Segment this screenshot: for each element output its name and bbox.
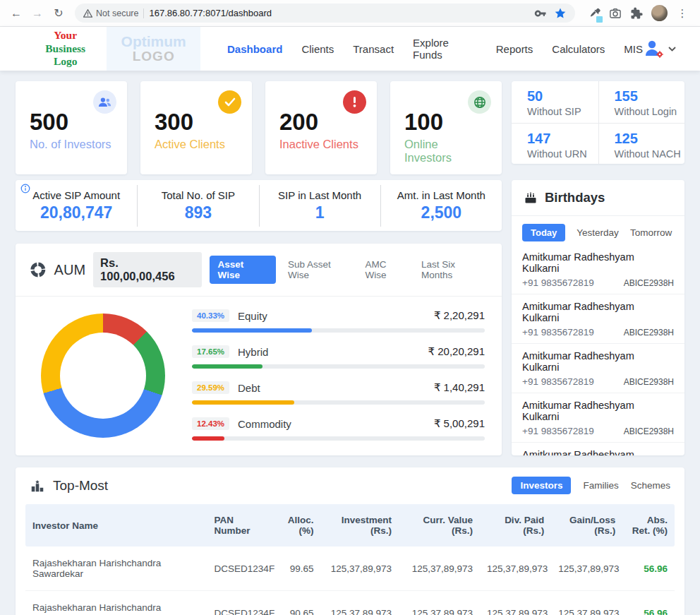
info-icon[interactable] — [20, 184, 30, 193]
stat-label: Active Clients — [155, 138, 238, 151]
nav-clients[interactable]: Clients — [301, 43, 334, 55]
tab-investors[interactable]: Investors — [512, 477, 571, 494]
sip-stat: Amt. in Last Month 2,500 — [380, 185, 502, 227]
tab-tomorrow[interactable]: Tomorrow — [630, 227, 672, 238]
cell-alloc: 90.65 — [275, 597, 320, 615]
asset-name: Hybrid — [238, 346, 268, 358]
table-row[interactable]: Rajashekharan Harishchandra Sawardekar D… — [25, 547, 675, 591]
account-menu[interactable] — [643, 39, 676, 59]
camera-icon[interactable] — [609, 7, 622, 20]
stat-value: 500 — [30, 110, 113, 135]
asset-pct-badge: 40.33% — [192, 309, 229, 322]
reload-icon[interactable]: ↻ — [49, 4, 68, 23]
nav-transact[interactable]: Transact — [353, 43, 394, 55]
without-stats-card: 50 Without SIP 155 Without Login 147 Wit… — [512, 81, 684, 164]
tab-sub-asset-wise[interactable]: Sub Asset Wise — [288, 259, 354, 280]
tab-families[interactable]: Families — [583, 480, 618, 491]
forward-icon[interactable]: → — [28, 4, 47, 23]
birthday-entry[interactable]: Amitkumar Radheshyam Kulkarni +91 983567… — [512, 393, 684, 442]
nav-calculators[interactable]: Calculators — [552, 43, 605, 55]
asset-row: 29.59% Debt ₹ 1,40,291 — [192, 381, 485, 405]
birthday-entry[interactable]: Amitkumar Radheshyam Kulkarni +91 983567… — [512, 294, 684, 343]
nav-mis[interactable]: MIS — [624, 43, 643, 55]
table-row[interactable]: Rajashekharan Harishchandra Sawardekar D… — [25, 591, 675, 615]
birthday-pan: ABICE2938H — [624, 328, 674, 338]
stat-card[interactable]: 200 Inactive Clients — [265, 81, 377, 174]
col-header[interactable]: PAN Number — [207, 504, 276, 547]
star-icon[interactable] — [554, 7, 567, 20]
eyedropper-icon[interactable] — [588, 7, 601, 20]
nav-dashboard[interactable]: Dashboard — [227, 43, 282, 55]
globe-icon — [468, 90, 491, 114]
col-header[interactable]: Gain/Loss (Rs.) — [551, 504, 622, 547]
sip-stat-label: Amt. in Last Month — [381, 189, 502, 201]
browser-profile-avatar[interactable] — [651, 5, 668, 21]
asset-list: 40.33% Equity ₹ 2,20,291 17.65% Hybrid ₹… — [192, 308, 485, 453]
tab-asset-wise[interactable]: Asset Wise — [210, 256, 276, 284]
asset-bar-fill — [192, 436, 224, 441]
asset-pct-badge: 17.65% — [192, 345, 229, 358]
main-nav: Dashboard Clients Transact Explore Funds… — [227, 37, 643, 61]
url-text[interactable]: 167.86.80.77:8071/dashboard — [149, 8, 529, 18]
col-header[interactable]: Alloc. (%) — [275, 504, 320, 547]
stat-value: 200 — [279, 110, 363, 135]
birthday-entry[interactable]: Amitkumar Radheshyam Kulkarni +91 983567… — [512, 245, 684, 294]
asset-name: Debt — [238, 382, 260, 394]
capture-badge — [596, 16, 603, 23]
asset-row: 17.65% Hybrid ₹ 20,20,291 — [192, 345, 485, 369]
birthday-phone: +91 9835672819 — [522, 376, 594, 387]
stat-card[interactable]: 100 Online Investors — [390, 81, 502, 174]
tab-amc-wise[interactable]: AMC Wise — [366, 259, 409, 280]
asset-bar — [192, 328, 485, 333]
birthday-phone: +91 9835672819 — [522, 277, 594, 288]
sip-stat-value: 2,500 — [381, 203, 502, 222]
cell-pan: DCSED1234F — [207, 552, 276, 585]
without-value: 125 — [615, 131, 685, 147]
birthday-pan: ABICE2938H — [624, 426, 674, 436]
nav-reports[interactable]: Reports — [496, 43, 533, 55]
not-secure-label[interactable]: Not secure — [83, 8, 138, 18]
browser-toolbar: ← → ↻ Not secure 167.86.80.77:8071/dashb… — [0, 0, 700, 27]
nav-explore-funds[interactable]: Explore Funds — [413, 37, 477, 61]
tab-today[interactable]: Today — [522, 224, 565, 241]
sip-summary-card: Active SIP Amount 20,80,747 Total No. of… — [16, 180, 502, 231]
tab-yesterday[interactable]: Yesterday — [577, 227, 619, 238]
cell-investment: 125,37,89,973 — [321, 552, 399, 585]
back-icon[interactable]: ← — [7, 4, 25, 23]
tab-last-six-months[interactable]: Last Six Months — [421, 259, 488, 280]
col-header[interactable]: Div. Paid (Rs.) — [480, 504, 551, 547]
stat-value: 100 — [404, 110, 488, 135]
col-header[interactable]: Investment (Rs.) — [321, 504, 399, 547]
stat-card[interactable]: 500 No. of Investors — [16, 81, 127, 174]
extensions-icon[interactable] — [630, 7, 643, 20]
asset-row: 40.33% Equity ₹ 2,20,291 — [192, 309, 485, 333]
birthday-entry[interactable]: Amitkumar Radheshyam Kulkarni +91 983567… — [512, 343, 684, 393]
key-icon[interactable] — [534, 7, 547, 20]
sip-stat-label: Active SIP Amount — [16, 189, 137, 201]
address-bar[interactable]: Not secure 167.86.80.77:8071/dashboard — [75, 4, 575, 23]
birthdays-card: Birthdays Today Yesterday Tomorrow Amitk… — [512, 180, 684, 455]
birthday-name: Amitkumar Radheshyam Kulkarni — [522, 449, 674, 455]
sip-stat-value: 20,80,747 — [16, 203, 137, 222]
tab-schemes[interactable]: Schemes — [631, 480, 670, 491]
stat-label: Online Investors — [404, 138, 488, 165]
cell-investment: 125,37,89,973 — [321, 597, 399, 615]
topmost-title: Top-Most — [53, 478, 108, 494]
asset-value: ₹ 1,40,291 — [434, 381, 485, 394]
asset-value: ₹ 5,00,291 — [434, 417, 485, 430]
asset-row: 12.43% Commodity ₹ 5,00,291 — [192, 417, 485, 441]
birthday-list: Amitkumar Radheshyam Kulkarni +91 983567… — [512, 245, 684, 455]
browser-menu-icon[interactable]: ⋮ — [676, 7, 689, 20]
chevron-down-icon — [668, 47, 676, 52]
col-header[interactable]: Abs. Ret. (%) — [622, 504, 675, 547]
site-header: Your Business Logo Optimum LOGO Dashboar… — [0, 27, 700, 71]
user-gear-icon — [643, 39, 664, 59]
asset-pct-badge: 12.43% — [192, 417, 229, 430]
birthday-name: Amitkumar Radheshyam Kulkarni — [522, 251, 674, 274]
podium-icon — [30, 478, 45, 494]
col-header[interactable]: Investor Name — [25, 510, 207, 542]
stat-card[interactable]: 300 Active Clients — [140, 81, 252, 174]
birthday-entry[interactable]: Amitkumar Radheshyam Kulkarni +91 983567… — [512, 442, 684, 455]
topmost-table: Investor Name PAN Number Alloc. (%) Inve… — [25, 504, 675, 615]
col-header[interactable]: Curr. Value (Rs.) — [399, 504, 480, 547]
